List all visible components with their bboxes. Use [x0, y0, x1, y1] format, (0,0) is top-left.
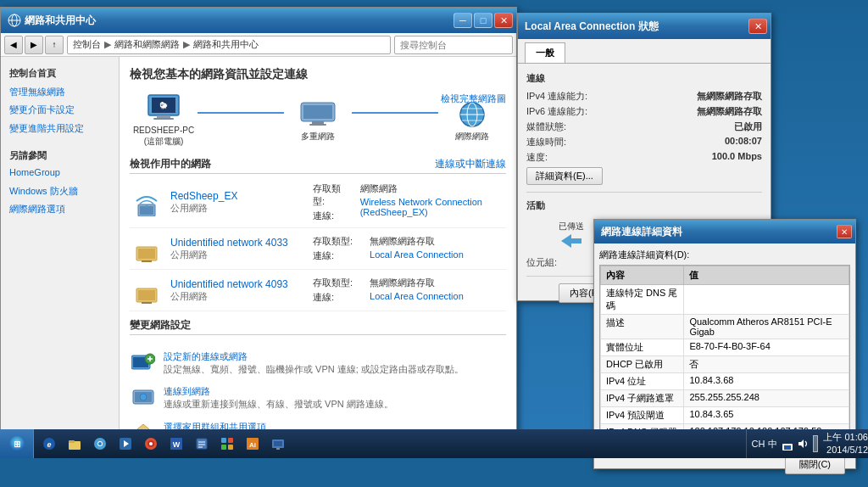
taskbar-clock[interactable]: 上午 01:06 2014/5/12 — [823, 431, 868, 457]
search-input[interactable] — [394, 36, 513, 54]
net-type-redsheep: 公用網路 — [170, 202, 306, 215]
taskbar-media[interactable] — [114, 432, 137, 456]
lac-tab-general[interactable]: 一般 — [525, 42, 565, 63]
network-wifi-icon — [130, 188, 164, 218]
ime-indicator[interactable]: 中 — [768, 438, 777, 451]
net-name-redsheep[interactable]: RedSheep_EX — [170, 190, 306, 202]
svg-rect-54 — [69, 440, 75, 443]
detail-key-5: IPv4 子網路遮罩 — [601, 390, 684, 407]
network-lan-icon-1 — [130, 233, 164, 264]
detail-value-0 — [684, 285, 849, 315]
breadcrumb-network[interactable]: 網路和網際網路 — [114, 38, 180, 51]
see-also-title: 另請參閱 — [4, 148, 115, 164]
sidebar-item-change-sharing[interactable]: 變更進階共用設定 — [4, 120, 115, 137]
detail-key-3: DHCP 已啟用 — [601, 356, 684, 373]
taskbar-task[interactable] — [190, 432, 214, 456]
taskbar-chrome[interactable] — [88, 432, 112, 456]
detail-key-4: IPv4 位址 — [601, 373, 684, 390]
taskbar-ie[interactable]: e — [37, 432, 61, 456]
word-icon: W — [170, 437, 183, 451]
address-bar: ◀ ▶ ↑ 控制台 ▶ 網路和網際網路 ▶ 網路和共用中心 — [1, 33, 516, 57]
net-name-unidentified-2[interactable]: Unidentified network 4093 — [170, 278, 306, 290]
sidebar-item-change-adapter[interactable]: 變更介面卡設定 — [4, 101, 115, 119]
svg-rect-11 — [309, 124, 326, 126]
minimize-button[interactable]: ─ — [453, 13, 472, 28]
detail-row-0: 連線特定 DNS 尾碼 — [601, 285, 849, 315]
net-details-redsheep: 存取類型: 連線: 網際網路 Wireless Network Connecti… — [313, 182, 506, 222]
breadcrumb-sharing[interactable]: 網路和共用中心 — [193, 38, 259, 51]
network-diagram-container: 🐑 REDSHEEP-PC (這部電腦) — [130, 92, 506, 147]
close-button[interactable]: ✕ — [494, 13, 513, 28]
maximize-button[interactable]: □ — [474, 13, 492, 28]
sidebar-item-homegroup[interactable]: HomeGroup — [4, 164, 115, 182]
svg-rect-9 — [303, 105, 332, 119]
svg-point-62 — [149, 442, 153, 445]
svg-text:W: W — [173, 440, 181, 449]
network-ctrl-icon — [271, 437, 285, 451]
detail-row-3: DHCP 已啟用否 — [601, 356, 849, 373]
svg-rect-79 — [784, 445, 791, 450]
detail-key-0: 連線特定 DNS 尾碼 — [601, 285, 684, 315]
details-close-button[interactable]: ✕ — [837, 225, 852, 238]
task-icon — [195, 437, 209, 451]
lac-row-speed: 速度: 100.0 Mbps — [526, 151, 762, 164]
forward-button[interactable]: ▶ — [25, 36, 43, 54]
details-button[interactable]: 詳細資料(E)... — [526, 167, 603, 185]
details-titlebar: 網路連線詳細資料 ✕ — [594, 220, 855, 244]
view-full-link[interactable]: 檢視完整網路圖 — [441, 92, 506, 105]
diagram-label-multi: 多重網路 — [301, 131, 335, 142]
start-button[interactable]: ⊞ — [0, 429, 34, 458]
show-desktop-button[interactable] — [813, 435, 818, 452]
taskbar-wmp[interactable] — [139, 432, 163, 456]
window-controls: ─ □ ✕ — [453, 13, 513, 28]
sent-arrow-icon — [561, 234, 581, 248]
lac-close-button[interactable]: ✕ — [748, 19, 767, 34]
desktop: 網路和共用中心 ─ □ ✕ ◀ ▶ ↑ 控制台 ▶ 網路和網際網路 ▶ 網路和共… — [0, 0, 868, 458]
sidebar-title[interactable]: 控制台首頁 — [4, 64, 115, 83]
see-also-section: 另請參閱 HomeGroup Windows 防火牆 網際網路選項 — [4, 148, 115, 218]
svg-rect-71 — [221, 445, 226, 450]
change-item-connect-network[interactable]: 連線到網路 連線或重新連接到無線、有線、撥號或 VPN 網路連線。 — [130, 380, 506, 415]
language-indicator[interactable]: CH — [752, 439, 765, 449]
lac-window-controls: ✕ — [748, 19, 767, 34]
network-item-unidentified-1: Unidentified network 4033 公用網路 存取類型: 連線:… — [130, 228, 506, 270]
lac-divider-1 — [526, 192, 762, 193]
col-header-content: 內容 — [601, 266, 684, 285]
tray-volume-icon[interactable] — [798, 438, 810, 450]
diagram-label-pc: REDSHEEP-PC (這部電腦) — [133, 125, 194, 147]
taskbar-network-sharing[interactable] — [266, 432, 290, 456]
net-details-unidentified-1: 存取類型: 連線: 無網際網路存取 Local Area Connection — [313, 235, 506, 262]
tray-network-icon[interactable] — [781, 437, 794, 451]
change-item-new-connection[interactable]: 設定新的連線或網路 設定無線、寬頻、撥號、臨機操作或 VPN 連線; 或設定路由… — [130, 345, 506, 380]
network-item-unidentified-2: Unidentified network 4093 公用網路 存取類型: 連線:… — [130, 270, 506, 311]
sidebar-item-firewall[interactable]: Windows 防火牆 — [4, 182, 115, 200]
active-networks-title: 檢視作用中的網路 連線或中斷連線 — [130, 157, 506, 174]
connect-disconnect-link[interactable]: 連線或中斷連線 — [435, 157, 506, 171]
up-button[interactable]: ↑ — [45, 36, 64, 54]
taskbar-explorer[interactable] — [63, 432, 86, 456]
ie-icon: e — [42, 437, 56, 451]
details-table-label: 網路連線詳細資料(D): — [599, 249, 850, 261]
taskbar-apps[interactable] — [215, 432, 239, 456]
details-title-text: 網路連線詳細資料 — [601, 225, 682, 239]
taskbar: ⊞ e — [0, 429, 868, 458]
svg-text:🐑: 🐑 — [159, 101, 168, 109]
svg-rect-77 — [276, 448, 280, 450]
sidebar-item-manage-wireless[interactable]: 管理無線網路 — [4, 83, 115, 101]
lac-tabs: 一般 — [518, 39, 771, 64]
taskbar-word[interactable]: W — [164, 432, 188, 456]
lac-row-duration: 連線時間: 00:08:07 — [526, 136, 762, 148]
taskbar-illustrator[interactable]: Ai — [241, 432, 264, 456]
sidebar-item-internet-options[interactable]: 網際網路選項 — [4, 200, 115, 218]
col-header-value: 值 — [684, 266, 849, 285]
svg-rect-70 — [228, 438, 233, 443]
breadcrumb-control-panel[interactable]: 控制台 — [73, 38, 101, 51]
net-type-unidentified-2: 公用網路 — [170, 290, 306, 303]
back-button[interactable]: ◀ — [4, 36, 23, 54]
change-settings-title: 變更網路設定 — [130, 318, 506, 335]
net-info-redsheep: RedSheep_EX 公用網路 — [170, 190, 306, 215]
nav-buttons: ◀ ▶ ↑ — [4, 36, 64, 54]
details-scroll-area[interactable]: 內容 值 連線特定 DNS 尾碼描述Qualcomm Atheros AR815… — [599, 265, 850, 451]
net-info-unidentified-1: Unidentified network 4033 公用網路 — [170, 237, 306, 261]
net-name-unidentified-1[interactable]: Unidentified network 4033 — [170, 237, 306, 249]
